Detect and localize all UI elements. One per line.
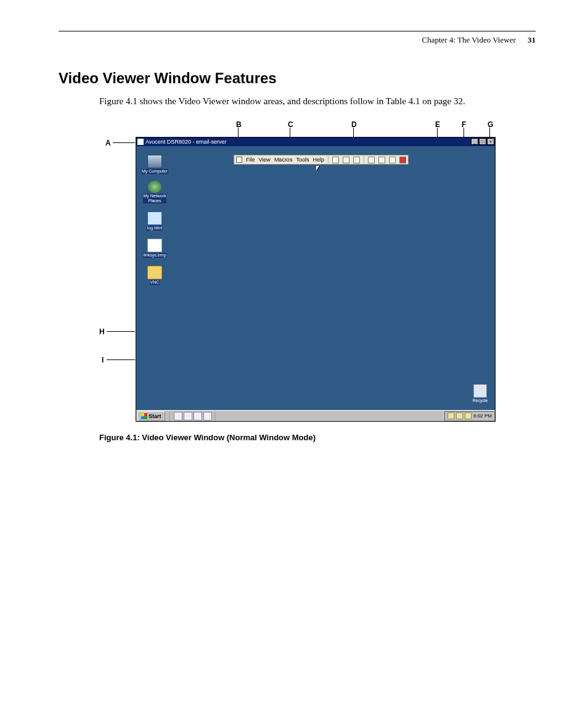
taskbar[interactable]: Start 6:02 PM	[136, 410, 495, 421]
callout-B: B	[236, 120, 242, 129]
window-buttons: _ □ ×	[471, 138, 494, 145]
maximize-button[interactable]: □	[479, 138, 486, 145]
quick-launch-icon[interactable]	[174, 412, 182, 421]
video-viewer-window: Avocent DSR8020 - email-server _ □ × Fil…	[136, 138, 495, 421]
chapter-title: Chapter 4: The Video Viewer	[422, 35, 516, 44]
network-icon	[148, 181, 161, 193]
icon-label: Recycle	[473, 398, 488, 403]
leader-I	[107, 359, 135, 360]
toolbar-separator	[328, 156, 329, 163]
window-title: Avocent DSR8020 - email-server	[145, 139, 226, 145]
callout-G: G	[488, 120, 493, 129]
intro-paragraph: Figure 4.1 shows the Video Viewer window…	[99, 96, 536, 107]
running-header: Chapter 4: The Video Viewer 31	[59, 35, 536, 45]
menu-view[interactable]: View	[259, 157, 271, 163]
callout-I: I	[102, 356, 104, 364]
toolbar-btn-2[interactable]	[343, 157, 349, 163]
callout-H: H	[99, 327, 105, 336]
desktop-icon-log-html[interactable]: log.html	[141, 211, 168, 231]
tray-icon[interactable]	[465, 413, 472, 419]
leader-H	[107, 331, 135, 332]
leader-C	[290, 128, 290, 138]
page-number: 31	[528, 35, 536, 44]
viewer-toolbar[interactable]: File View Macros Tools Help	[234, 155, 409, 165]
close-button[interactable]: ×	[487, 138, 494, 145]
header-rule	[59, 31, 536, 31]
leader-D	[353, 128, 354, 138]
document-page: Chapter 4: The Video Viewer 31 Video Vie…	[59, 31, 536, 442]
desktop-icon-linksys-bmp[interactable]: linksys.bmp	[141, 239, 168, 258]
menu-macros[interactable]: Macros	[274, 157, 293, 163]
html-icon	[147, 211, 162, 225]
callout-A: A	[105, 139, 111, 147]
bitmap-icon	[147, 239, 162, 252]
quick-launch-icon[interactable]	[194, 412, 202, 421]
leader-F	[463, 128, 464, 138]
quick-launch	[174, 412, 212, 421]
toolbar-btn-3[interactable]	[353, 157, 360, 163]
desktop-icon-my-network-places[interactable]: My Network Places	[141, 181, 168, 203]
icon-label: VNC	[150, 280, 160, 285]
recycle-bin-icon	[473, 384, 487, 398]
tray-icon[interactable]	[447, 413, 454, 419]
icon-label: linksys.bmp	[143, 253, 167, 258]
menu-help[interactable]: Help	[312, 157, 324, 163]
toolbar-separator	[364, 156, 364, 163]
start-button[interactable]: Start	[137, 411, 165, 421]
menu-tools[interactable]: Tools	[296, 157, 309, 163]
menu-file[interactable]: File	[246, 157, 255, 163]
app-icon	[137, 139, 144, 145]
tray-icon[interactable]	[456, 413, 463, 419]
system-tray[interactable]: 6:02 PM	[444, 411, 495, 421]
title-bar[interactable]: Avocent DSR8020 - email-server _ □ ×	[136, 138, 495, 146]
callout-E: E	[435, 120, 440, 129]
leader-A	[113, 142, 135, 143]
callout-C: C	[288, 120, 293, 129]
icon-label: My Computer	[141, 169, 168, 174]
icon-label: log.html	[147, 226, 163, 231]
toolbar-btn-1[interactable]	[332, 157, 339, 163]
toolbar-btn-7[interactable]	[399, 157, 406, 163]
mouse-cursor-icon	[316, 166, 319, 171]
figure-caption: Figure 4.1: Video Viewer Window (Normal …	[99, 433, 536, 442]
leader-G	[489, 128, 490, 138]
minimize-button[interactable]: _	[471, 138, 478, 145]
desktop-icon-vnc[interactable]: VNC	[141, 266, 168, 285]
quick-launch-icon[interactable]	[184, 412, 192, 421]
toolbar-btn-5[interactable]	[378, 157, 385, 163]
thumbtack-icon[interactable]	[236, 157, 242, 163]
computer-icon	[147, 155, 162, 168]
icon-label: My Network Places	[143, 194, 167, 203]
toolbar-btn-4[interactable]	[368, 157, 375, 163]
leader-E	[437, 128, 438, 138]
clock: 6:02 PM	[473, 413, 492, 419]
desktop-icon-recycle-bin[interactable]: Recycle	[468, 384, 492, 403]
toolbar-btn-6[interactable]	[389, 157, 396, 163]
start-label: Start	[149, 413, 161, 419]
folder-icon	[147, 266, 162, 279]
callout-D: D	[351, 120, 357, 129]
windows-logo-icon	[141, 413, 147, 419]
figure-wrapper: A B C D E F G H I Avocent DSR8020 - emai…	[99, 120, 536, 425]
section-heading: Video Viewer Window Features	[59, 70, 536, 87]
remote-desktop[interactable]: File View Macros Tools Help	[136, 146, 495, 421]
desktop-icon-my-computer[interactable]: My Computer	[141, 155, 168, 174]
taskbar-separator	[169, 412, 170, 421]
quick-launch-icon[interactable]	[203, 412, 212, 421]
taskbar-separator	[214, 412, 216, 421]
